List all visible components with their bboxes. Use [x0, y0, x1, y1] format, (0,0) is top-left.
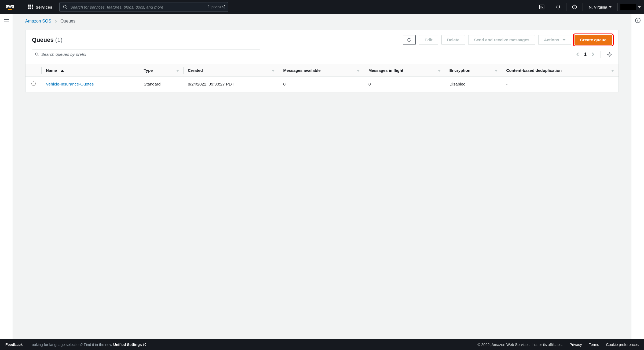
send-receive-button[interactable]: Send and receive messages — [468, 35, 535, 45]
caret-down-icon — [609, 6, 612, 8]
divider — [550, 3, 550, 11]
pager-prev[interactable] — [576, 52, 579, 57]
sort-icon — [176, 70, 179, 72]
main-content: Amazon SQS Queues Queues (1) Edit Delete… — [13, 14, 631, 339]
account-menu[interactable] — [620, 4, 641, 10]
svg-point-5 — [574, 8, 575, 8]
cloudshell-button[interactable] — [536, 2, 547, 12]
cloudshell-icon — [539, 4, 544, 10]
divider — [601, 51, 601, 58]
queues-panel: Queues (1) Edit Delete Send and receive … — [25, 30, 619, 92]
feedback-link[interactable]: Feedback — [5, 342, 23, 347]
global-search[interactable]: [Option+S] — [59, 2, 228, 12]
create-queue-button[interactable]: Create queue — [575, 35, 612, 45]
region-label: N. Virginia — [589, 5, 607, 9]
cell-encryption: Disabled — [445, 77, 502, 92]
cell-messages-in-flight: 0 — [364, 77, 445, 92]
panel-title-text: Queues — [32, 36, 54, 43]
col-messages-in-flight[interactable]: Messages in flight — [364, 64, 445, 77]
breadcrumb-current: Queues — [60, 19, 75, 24]
sort-icon — [438, 70, 441, 72]
services-label: Services — [36, 5, 52, 9]
actions-dropdown[interactable]: Actions — [538, 35, 571, 45]
caret-down-icon — [638, 6, 641, 8]
edit-button[interactable]: Edit — [419, 35, 438, 45]
caret-down-icon — [562, 39, 566, 41]
notifications-button[interactable] — [553, 2, 564, 12]
chevron-left-icon — [576, 52, 579, 57]
breadcrumb-service-link[interactable]: Amazon SQS — [25, 19, 51, 24]
privacy-link[interactable]: Privacy — [570, 342, 582, 347]
lang-hint: Looking for language selection? Find it … — [30, 342, 147, 347]
col-name[interactable]: Name — [42, 64, 139, 77]
svg-point-8 — [609, 54, 610, 55]
region-selector[interactable]: N. Virginia — [586, 5, 615, 9]
top-nav: aws Services [Option+S] N. Virginia — [0, 0, 644, 14]
search-icon — [63, 5, 68, 9]
external-link-icon — [143, 343, 147, 347]
breadcrumb: Amazon SQS Queues — [25, 19, 619, 24]
sort-icon — [272, 70, 275, 72]
svg-line-1 — [66, 8, 67, 9]
cell-messages-available: 0 — [279, 77, 364, 92]
table-row[interactable]: Vehicle-Insurance-Quotes Standard 8/24/2… — [25, 77, 619, 92]
search-icon — [35, 52, 39, 57]
copyright: © 2022, Amazon Web Services, Inc. or its… — [477, 342, 562, 347]
cookie-prefs-link[interactable]: Cookie preferences — [606, 342, 639, 347]
aws-logo[interactable]: aws — [5, 4, 14, 10]
svg-point-0 — [63, 5, 66, 8]
divider — [617, 3, 618, 11]
queue-search-input[interactable] — [41, 52, 257, 57]
info-panel-toggle[interactable]: i — [635, 18, 641, 23]
row-select-radio[interactable] — [31, 81, 36, 86]
queue-name-link[interactable]: Vehicle-Insurance-Quotes — [46, 82, 94, 86]
delete-button[interactable]: Delete — [441, 35, 465, 45]
terms-link[interactable]: Terms — [589, 342, 599, 347]
services-menu-button[interactable]: Services — [26, 3, 54, 11]
cell-type: Standard — [139, 77, 183, 92]
sort-icon — [357, 70, 360, 72]
side-nav-toggle[interactable] — [4, 18, 9, 21]
pager-next[interactable] — [591, 52, 595, 57]
bell-icon — [555, 4, 561, 10]
col-dedup[interactable]: Content-based deduplication — [502, 64, 619, 77]
chevron-right-icon — [54, 19, 57, 23]
col-type[interactable]: Type — [139, 64, 183, 77]
refresh-icon — [407, 38, 412, 42]
cell-dedup: - — [502, 77, 619, 92]
global-search-input[interactable] — [70, 5, 225, 9]
cell-created: 8/24/2022, 09:30:27 PDT — [184, 77, 279, 92]
divider — [566, 3, 566, 11]
help-icon — [572, 4, 577, 10]
refresh-button[interactable] — [403, 35, 416, 45]
svg-point-6 — [35, 53, 38, 55]
grid-icon — [28, 5, 33, 9]
sort-icon — [495, 70, 498, 72]
unified-settings-link[interactable]: Unified Settings — [113, 342, 147, 347]
actions-label: Actions — [544, 38, 559, 42]
queues-table: Name Type Created — [25, 64, 619, 92]
sort-icon — [611, 70, 614, 72]
footer: Feedback Looking for language selection?… — [0, 339, 644, 350]
table-settings-button[interactable] — [607, 52, 612, 57]
right-rail: i — [631, 14, 644, 339]
account-name-redacted — [620, 4, 636, 10]
chevron-right-icon — [591, 52, 595, 57]
col-encryption[interactable]: Encryption — [445, 64, 502, 77]
pager-current: 1 — [584, 52, 587, 57]
col-messages-available[interactable]: Messages available — [279, 64, 364, 77]
sort-asc-icon — [61, 70, 64, 72]
queue-search[interactable] — [32, 50, 260, 59]
divider — [583, 3, 583, 11]
panel-title: Queues (1) — [32, 36, 63, 43]
left-rail — [0, 14, 13, 339]
col-select — [25, 64, 42, 77]
search-shortcut-hint: [Option+S] — [207, 5, 225, 9]
panel-title-count: (1) — [55, 36, 63, 43]
divider — [23, 3, 23, 11]
svg-line-7 — [38, 55, 39, 56]
help-button[interactable] — [569, 2, 580, 12]
gear-icon — [607, 52, 612, 57]
col-created[interactable]: Created — [184, 64, 279, 77]
